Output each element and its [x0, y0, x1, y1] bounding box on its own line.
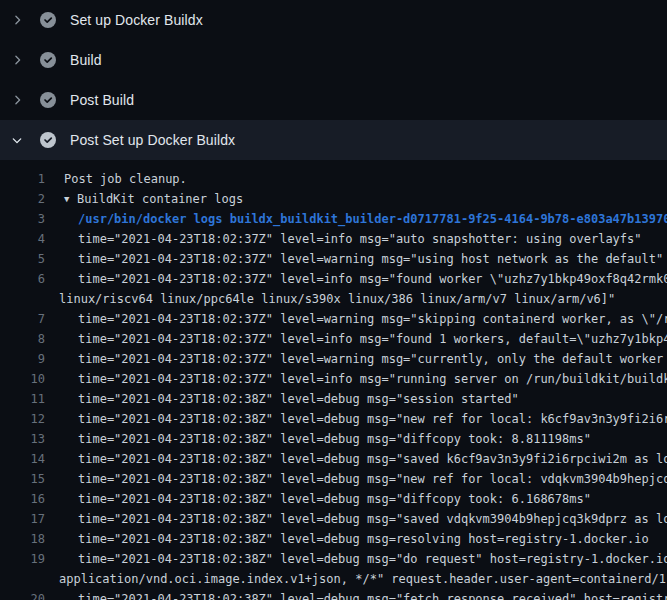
log-line: 8 time="2021-04-23T18:02:37Z" level=info…	[0, 329, 667, 349]
line-number[interactable]: 8	[0, 329, 45, 349]
log-text: time="2021-04-23T18:02:38Z" level=debug …	[78, 469, 667, 489]
line-number[interactable]: 18	[0, 529, 45, 549]
log-line-wrap-continuation: linux/riscv64 linux/ppc64le linux/s390x …	[0, 289, 667, 309]
log-viewer: 1 Post job cleanup. 2 ▼ BuildKit contain…	[0, 160, 667, 600]
log-line: 1 Post job cleanup.	[0, 169, 667, 189]
log-text: time="2021-04-23T18:02:38Z" level=debug …	[78, 409, 667, 429]
log-text: time="2021-04-23T18:02:37Z" level=info m…	[78, 269, 667, 289]
chevron-down-icon	[9, 132, 25, 148]
log-text: time="2021-04-23T18:02:37Z" level=warnin…	[78, 349, 667, 369]
log-text: time="2021-04-23T18:02:38Z" level=debug …	[78, 449, 667, 469]
log-text: time="2021-04-23T18:02:38Z" level=debug …	[78, 549, 667, 569]
line-number[interactable]: 9	[0, 349, 45, 369]
line-number[interactable]: 4	[0, 229, 45, 249]
log-command-line: 3 /usr/bin/docker logs buildx_buildkit_b…	[0, 209, 667, 229]
step-header-build[interactable]: Build	[0, 40, 667, 80]
log-text: linux/riscv64 linux/ppc64le linux/s390x …	[59, 289, 615, 309]
line-number[interactable]: 19	[0, 549, 45, 569]
log-line: 7 time="2021-04-23T18:02:37Z" level=warn…	[0, 309, 667, 329]
step-header-post-build[interactable]: Post Build	[0, 80, 667, 120]
log-text: time="2021-04-23T18:02:38Z" level=debug …	[78, 489, 591, 509]
line-number[interactable]: 7	[0, 309, 45, 329]
log-command-text: /usr/bin/docker logs buildx_buildkit_bui…	[78, 209, 667, 229]
line-number[interactable]: 12	[0, 409, 45, 429]
log-line: 11 time="2021-04-23T18:02:38Z" level=deb…	[0, 389, 667, 409]
log-text: time="2021-04-23T18:02:38Z" level=debug …	[78, 589, 667, 600]
log-group-title[interactable]: BuildKit container logs	[77, 189, 243, 209]
log-line: 15 time="2021-04-23T18:02:38Z" level=deb…	[0, 469, 667, 489]
line-number[interactable]: 17	[0, 509, 45, 529]
step-header-post-setup-docker-buildx[interactable]: Post Set up Docker Buildx	[0, 120, 667, 160]
line-number[interactable]: 11	[0, 389, 45, 409]
log-line-wrap-continuation: application/vnd.oci.image.index.v1+json,…	[0, 569, 667, 589]
log-text: time="2021-04-23T18:02:38Z" level=debug …	[78, 389, 519, 409]
check-circle-icon	[40, 132, 56, 148]
log-line: 19 time="2021-04-23T18:02:38Z" level=deb…	[0, 549, 667, 569]
log-text: time="2021-04-23T18:02:38Z" level=debug …	[78, 429, 591, 449]
log-text: time="2021-04-23T18:02:37Z" level=warnin…	[78, 249, 663, 269]
step-label: Post Build	[70, 92, 134, 108]
log-text: application/vnd.oci.image.index.v1+json,…	[59, 569, 667, 589]
chevron-right-icon	[9, 12, 25, 28]
step-label: Post Set up Docker Buildx	[70, 132, 235, 148]
log-line: 20 time="2021-04-23T18:02:38Z" level=deb…	[0, 589, 667, 600]
log-line: 17 time="2021-04-23T18:02:38Z" level=deb…	[0, 509, 667, 529]
chevron-right-icon	[9, 52, 25, 68]
log-text: Post job cleanup.	[64, 169, 187, 189]
log-text: time="2021-04-23T18:02:38Z" level=debug …	[78, 509, 667, 529]
log-text: time="2021-04-23T18:02:37Z" level=info m…	[78, 229, 642, 249]
chevron-right-icon	[9, 92, 25, 108]
check-circle-icon	[40, 92, 56, 108]
log-group-line: 2 ▼ BuildKit container logs	[0, 189, 667, 209]
line-number[interactable]: 2	[0, 189, 45, 209]
check-circle-icon	[40, 52, 56, 68]
log-text: time="2021-04-23T18:02:37Z" level=info m…	[78, 369, 667, 389]
step-label: Build	[70, 52, 102, 68]
log-group-toggle-icon[interactable]: ▼	[64, 189, 69, 209]
log-line: 16 time="2021-04-23T18:02:38Z" level=deb…	[0, 489, 667, 509]
line-number[interactable]: 16	[0, 489, 45, 509]
log-line: 18 time="2021-04-23T18:02:38Z" level=deb…	[0, 529, 667, 549]
log-text: time="2021-04-23T18:02:38Z" level=debug …	[78, 529, 649, 549]
log-line: 5 time="2021-04-23T18:02:37Z" level=warn…	[0, 249, 667, 269]
line-number[interactable]: 5	[0, 249, 45, 269]
log-line: 14 time="2021-04-23T18:02:38Z" level=deb…	[0, 449, 667, 469]
line-number[interactable]: 15	[0, 469, 45, 489]
log-line: 6 time="2021-04-23T18:02:37Z" level=info…	[0, 269, 667, 289]
line-number[interactable]: 20	[0, 589, 45, 600]
line-number[interactable]: 6	[0, 269, 45, 289]
log-line: 12 time="2021-04-23T18:02:38Z" level=deb…	[0, 409, 667, 429]
log-line: 10 time="2021-04-23T18:02:37Z" level=inf…	[0, 369, 667, 389]
line-number[interactable]: 1	[0, 169, 45, 189]
check-circle-icon	[40, 12, 56, 28]
line-number[interactable]: 14	[0, 449, 45, 469]
line-number[interactable]: 10	[0, 369, 45, 389]
log-line: 4 time="2021-04-23T18:02:37Z" level=info…	[0, 229, 667, 249]
line-number[interactable]: 13	[0, 429, 45, 449]
log-line: 9 time="2021-04-23T18:02:37Z" level=warn…	[0, 349, 667, 369]
step-header-setup-docker-buildx[interactable]: Set up Docker Buildx	[0, 0, 667, 40]
log-text: time="2021-04-23T18:02:37Z" level=warnin…	[78, 309, 667, 329]
log-line: 13 time="2021-04-23T18:02:38Z" level=deb…	[0, 429, 667, 449]
line-number[interactable]: 3	[0, 209, 45, 229]
step-label: Set up Docker Buildx	[70, 12, 203, 28]
log-text: time="2021-04-23T18:02:37Z" level=info m…	[78, 329, 667, 349]
